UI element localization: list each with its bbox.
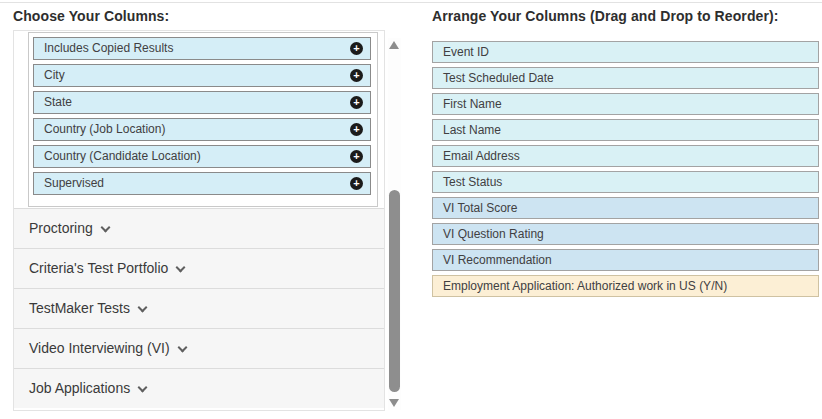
category-section-criteria-s-test-portfolio[interactable]: Criteria's Test Portfolio — [14, 248, 384, 288]
category-section-video-interviewing-vi[interactable]: Video Interviewing (VI) — [14, 328, 384, 368]
available-column-label: Country (Candidate Location) — [44, 149, 201, 163]
choose-columns-title: Choose Your Columns: — [13, 8, 169, 24]
arrange-columns-title: Arrange Your Columns (Drag and Drop to R… — [432, 8, 779, 24]
selected-column-label: VI Question Rating — [443, 227, 544, 241]
scroll-up-triangle-up-icon[interactable] — [389, 41, 399, 49]
chevron-down-icon — [100, 223, 110, 233]
chevron-down-icon — [177, 343, 187, 353]
category-label: Proctoring — [29, 220, 93, 236]
category-label: Job Applications — [29, 380, 130, 396]
category-section-testmaker-tests[interactable]: TestMaker Tests — [14, 288, 384, 328]
add-column-plus-circle-icon[interactable] — [350, 96, 363, 109]
available-column-item-city[interactable]: City — [33, 64, 371, 87]
selected-column-label: Employment Application: Authorized work … — [443, 279, 727, 293]
category-section-job-applications[interactable]: Job Applications — [14, 368, 384, 408]
selected-column-label: Last Name — [443, 123, 501, 137]
available-columns-list: Includes Copied ResultsCityStateCountry … — [28, 32, 378, 207]
available-column-label: Supervised — [44, 176, 104, 190]
add-column-plus-circle-icon[interactable] — [350, 123, 363, 136]
selected-column-label: Email Address — [443, 149, 520, 163]
selected-column-label: Test Status — [443, 175, 502, 189]
selected-column-label: First Name — [443, 97, 502, 111]
available-column-item-country-candidate-location[interactable]: Country (Candidate Location) — [33, 145, 371, 168]
available-columns-panel: Includes Copied ResultsCityStateCountry … — [14, 31, 384, 208]
chevron-down-icon — [138, 383, 148, 393]
category-label: TestMaker Tests — [29, 300, 130, 316]
selected-column-item-vi-recommendation[interactable]: VI Recommendation — [432, 249, 819, 271]
page-top-divider — [0, 2, 822, 3]
available-columns-scrollbar[interactable] — [388, 38, 401, 410]
selected-column-item-last-name[interactable]: Last Name — [432, 119, 819, 141]
available-column-label: City — [44, 68, 65, 82]
selected-column-item-employment-application-authorized-work-in-us-y-n[interactable]: Employment Application: Authorized work … — [432, 275, 819, 297]
available-column-item-state[interactable]: State — [33, 91, 371, 114]
selected-columns-list: Event IDTest Scheduled DateFirst NameLas… — [432, 41, 819, 301]
selected-column-label: Event ID — [443, 45, 489, 59]
selected-column-item-test-scheduled-date[interactable]: Test Scheduled Date — [432, 67, 819, 89]
add-column-plus-circle-icon[interactable] — [350, 69, 363, 82]
selected-column-label: VI Total Score — [443, 201, 517, 215]
category-sections: ProctoringCriteria's Test PortfolioTestM… — [14, 208, 384, 408]
selected-column-item-test-status[interactable]: Test Status — [432, 171, 819, 193]
selected-column-label: VI Recommendation — [443, 253, 552, 267]
category-label: Criteria's Test Portfolio — [29, 260, 168, 276]
add-column-plus-circle-icon[interactable] — [350, 177, 363, 190]
scrollbar-thumb[interactable] — [389, 190, 400, 392]
add-column-plus-circle-icon[interactable] — [350, 150, 363, 163]
scroll-down-triangle-down-icon[interactable] — [389, 399, 399, 407]
available-column-label: Country (Job Location) — [44, 122, 165, 136]
add-column-plus-circle-icon[interactable] — [350, 42, 363, 55]
selected-column-label: Test Scheduled Date — [443, 71, 554, 85]
chevron-down-icon — [176, 263, 186, 273]
selected-column-item-first-name[interactable]: First Name — [432, 93, 819, 115]
chevron-down-icon — [137, 303, 147, 313]
available-column-label: State — [44, 95, 72, 109]
available-column-item-country-job-location[interactable]: Country (Job Location) — [33, 118, 371, 141]
category-label: Video Interviewing (VI) — [29, 340, 170, 356]
available-column-item-supervised[interactable]: Supervised — [33, 172, 371, 195]
available-column-item-includes-copied-results[interactable]: Includes Copied Results — [33, 37, 371, 60]
available-column-label: Includes Copied Results — [44, 41, 173, 55]
selected-column-item-event-id[interactable]: Event ID — [432, 41, 819, 63]
choose-columns-accordion: Includes Copied ResultsCityStateCountry … — [13, 30, 385, 411]
selected-column-item-email-address[interactable]: Email Address — [432, 145, 819, 167]
selected-column-item-vi-question-rating[interactable]: VI Question Rating — [432, 223, 819, 245]
category-section-proctoring[interactable]: Proctoring — [14, 208, 384, 248]
selected-column-item-vi-total-score[interactable]: VI Total Score — [432, 197, 819, 219]
